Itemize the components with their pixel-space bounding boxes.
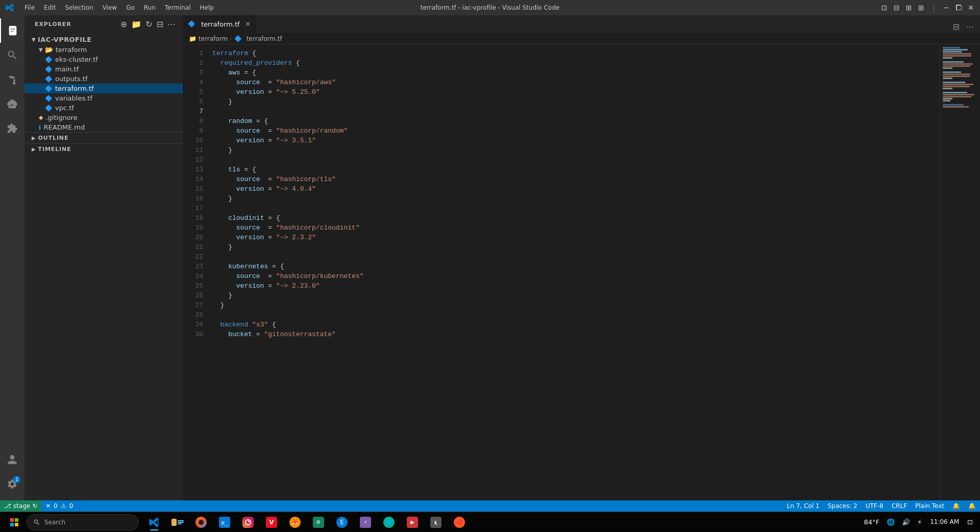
menu-view[interactable]: View (99, 3, 121, 12)
taskbar-app-teal[interactable]: 🌐 (378, 513, 400, 531)
code-content[interactable]: terraform { required_providers { aws = {… (208, 44, 939, 500)
minimize-button[interactable]: ─ (942, 4, 950, 12)
taskbar-app-green[interactable]: ⚙ (307, 513, 330, 531)
status-encoding[interactable]: UTF-8 (862, 500, 888, 512)
status-notification-icon[interactable]: 🔔 (964, 500, 980, 512)
file-vpc[interactable]: 🔷 vpc.tf (24, 103, 183, 113)
root-folder-header[interactable]: ▼ IAC-VPROFILE (24, 34, 183, 45)
taskbar-app-red[interactable]: V (260, 513, 283, 531)
mini-line (943, 78, 952, 79)
activity-settings[interactable]: 1 (0, 472, 24, 496)
mini-line (943, 82, 965, 83)
line-num-13: 13 (183, 165, 208, 174)
menu-go[interactable]: Go (122, 3, 139, 12)
taskbar-volume-icon[interactable]: 🔊 (899, 516, 913, 528)
line-num-1: 1 (183, 48, 208, 58)
menu-selection[interactable]: Selection (61, 3, 97, 12)
layout-grid-icon[interactable]: ⊞ (917, 4, 925, 12)
status-line-col[interactable]: Ln 7, Col 1 (783, 500, 824, 512)
mini-line (943, 102, 945, 104)
branch-icon: ⎇ (4, 502, 11, 510)
taskbar-vscode[interactable] (143, 513, 165, 531)
restore-button[interactable]: ⧠ (954, 4, 963, 12)
title-bar-left: File Edit Selection View Go Run Terminal… (5, 3, 218, 12)
activity-search[interactable] (0, 43, 24, 67)
tf-icon: 🔷 (45, 95, 53, 102)
timeline-header[interactable]: ▶ TIMELINE (24, 144, 183, 155)
activity-run-debug[interactable] (0, 92, 24, 116)
file-eks-cluster[interactable]: 🔷 eks-cluster.tf (24, 55, 183, 64)
more-options-button[interactable]: ⋯ (166, 18, 177, 30)
taskbar-instagram[interactable] (237, 513, 259, 531)
line-num-7: 7 (183, 107, 208, 116)
activity-account[interactable] (0, 447, 24, 472)
status-language[interactable]: Plain Text (911, 500, 948, 512)
layout-split-icon[interactable]: ⊟ (893, 4, 901, 12)
taskbar: Search ≥_ (0, 512, 980, 532)
taskbar-app-orange[interactable]: 🦊 (284, 513, 306, 531)
file-terraform-active[interactable]: 🔷 terraform.tf (24, 84, 183, 93)
file-outputs[interactable]: 🔷 outputs.tf (24, 74, 183, 84)
start-button[interactable] (4, 513, 24, 531)
taskbar-app-purple[interactable]: ⚡ (354, 513, 377, 531)
status-errors[interactable]: ✕ 0 ⚠ 0 (41, 500, 77, 512)
taskbar-search[interactable]: Search (27, 514, 139, 530)
activity-explorer[interactable] (0, 18, 24, 43)
status-feedback-icon[interactable]: 🔔 (948, 500, 964, 512)
tab-close-button[interactable]: ✕ (245, 20, 251, 28)
taskbar-terminal[interactable]: ≥_ (213, 513, 236, 531)
taskbar-file-explorer[interactable] (166, 513, 189, 531)
taskbar-browser[interactable] (190, 513, 212, 531)
new-folder-button[interactable]: 📁 (130, 18, 142, 30)
mini-line (943, 106, 969, 108)
taskbar-show-desktop-icon[interactable]: ⊡ (964, 516, 976, 528)
line-num-30: 30 (183, 330, 208, 339)
layout-toggle-icon[interactable]: ⊡ (880, 4, 889, 12)
menu-run[interactable]: Run (140, 3, 160, 12)
active-tab[interactable]: 🔷 terraform.tf ✕ (183, 15, 256, 33)
code-line-19: source = "hashicorp/cloudinit" (212, 223, 939, 233)
new-file-button[interactable]: ⊕ (119, 18, 128, 30)
warning-icon: ⚠ (61, 502, 66, 510)
file-variables[interactable]: 🔷 variables.tf (24, 93, 183, 103)
collapse-all-button[interactable]: ⊟ (156, 18, 164, 30)
code-line-18: cloudinit = { (212, 213, 939, 223)
code-line-14: source = "hashicorp/tls" (212, 174, 939, 184)
taskbar-app-red2[interactable]: ▶ (401, 513, 424, 531)
refresh-button[interactable]: ↻ (144, 18, 153, 30)
terraform-folder[interactable]: ▼ 📂 terraform (24, 45, 183, 55)
status-line-ending[interactable]: CRLF (888, 500, 911, 512)
status-branch[interactable]: ⎇ stage ↻ (0, 500, 41, 512)
more-actions-button[interactable]: ⋯ (964, 21, 976, 33)
status-spaces[interactable]: Spaces: 2 (823, 500, 861, 512)
svg-rect-2 (10, 523, 14, 526)
menu-help[interactable]: Help (196, 3, 218, 12)
menu-terminal[interactable]: Terminal (161, 3, 195, 12)
file-readme[interactable]: ℹ README.md (24, 122, 183, 132)
breadcrumb-folder[interactable]: 📁 terraform (189, 35, 228, 42)
close-button[interactable]: ✕ (967, 4, 975, 12)
chevron-right-icon: ▶ (32, 135, 36, 141)
layout-panel-icon[interactable]: ⊞ (905, 4, 913, 12)
activity-source-control[interactable] (0, 67, 24, 92)
breadcrumb-file[interactable]: 🔷 terraform.tf (234, 35, 282, 42)
taskbar-battery-icon[interactable]: ⚡ (914, 516, 925, 528)
file-label: terraform.tf (55, 85, 94, 92)
chevron-down-icon: ▼ (39, 47, 43, 53)
taskbar-temp[interactable]: 84°F (861, 516, 883, 528)
menu-edit[interactable]: Edit (40, 3, 60, 12)
taskbar-clock[interactable]: 11:06 AM (926, 518, 963, 526)
taskbar-app-blue2[interactable]: E (331, 513, 353, 531)
split-editor-button[interactable]: ⊟ (951, 21, 962, 33)
taskbar-app-gray[interactable]: 🐧 (425, 513, 447, 531)
taskbar-network-icon[interactable]: 🌐 (884, 516, 898, 528)
file-main[interactable]: 🔷 main.tf (24, 64, 183, 74)
outline-header[interactable]: ▶ OUTLINE (24, 133, 183, 143)
status-left: ⎇ stage ↻ ✕ 0 ⚠ 0 (0, 500, 77, 512)
taskbar-app-orange2[interactable]: 🔴 (448, 513, 471, 531)
activity-extensions[interactable] (0, 116, 24, 141)
file-gitignore[interactable]: ◆ .gitignore (24, 113, 183, 122)
main-layout: 1 EXPLORER ⊕ 📁 ↻ ⊟ ⋯ ▼ IAC-VPROFILE ▼ (0, 15, 980, 500)
menu-file[interactable]: File (20, 3, 39, 12)
code-editor[interactable]: 1 2 3 4 5 6 7 8 9 10 11 12 13 14 15 16 1… (183, 44, 980, 500)
